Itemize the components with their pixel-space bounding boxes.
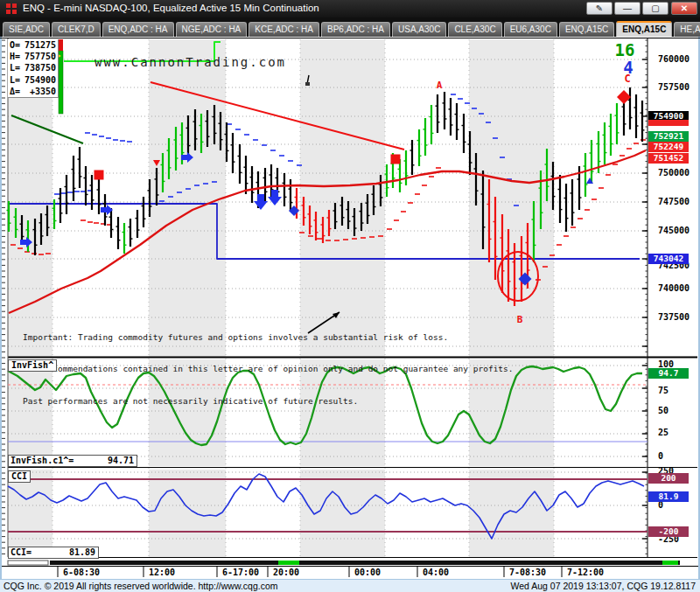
time-axis-label: 12:00: [149, 568, 175, 577]
price-badge: 752921: [648, 131, 689, 142]
tab-nge-adc-ha[interactable]: NGE,ADC : HA: [176, 22, 248, 37]
invfish-axis-label: 50: [658, 406, 668, 415]
disclaimer-text: Important: Trading commodity futures and…: [23, 310, 514, 428]
price-axis-label: 757500: [658, 82, 690, 92]
cci-panel-label: CCI: [8, 470, 31, 483]
watermark-text: www.CannonTrading.com: [94, 55, 286, 69]
chart-area[interactable]: [0, 37, 700, 579]
price-axis-label: 760000: [658, 54, 690, 64]
tab-enq-a15c[interactable]: ENQ,A15C: [559, 22, 614, 37]
time-axis-label: 6-17:00: [222, 568, 259, 577]
tab-enq-a15c[interactable]: ENQ,A15C: [616, 21, 672, 37]
time-axis-label: 04:00: [423, 568, 449, 577]
cci-badge: -200: [648, 526, 689, 537]
time-axis-label: 6-08:30: [63, 568, 100, 577]
pin-button[interactable]: ✎: [586, 2, 612, 15]
quote-row: H=757750: [10, 51, 58, 62]
time-axis-label: 20:00: [273, 568, 299, 577]
cci-badge: 81.9: [648, 491, 689, 502]
tab-bar: SIE,ADCCLEK7,DENQ,ADC : HANGE,ADC : HAKC…: [0, 17, 700, 37]
invfish-axis-label: 25: [658, 428, 668, 437]
price-axis-label: 740000: [658, 283, 690, 293]
tab-kce-adc-ha[interactable]: KCE,ADC : HA: [248, 22, 319, 37]
time-axis-label: 7-12:00: [567, 568, 604, 577]
window-title: ENQ - E-mini NASDAQ-100, Equalized Activ…: [23, 3, 319, 13]
invfish-readout: InvFish.c1^= 94.71: [8, 455, 137, 467]
invfish-axis-label: 0: [658, 451, 663, 461]
clock-version-text: Wed Aug 07 2019 13:13:07, CQG 19.12.8117: [510, 581, 696, 591]
price-axis-label: 750000: [658, 168, 690, 178]
tab-sie-adc[interactable]: SIE,ADC: [3, 22, 50, 37]
price-badge: [648, 120, 689, 126]
tab-eu6-a30c[interactable]: EU6,A30C: [504, 22, 557, 37]
tab-cle-a30c[interactable]: CLE,A30C: [448, 22, 501, 37]
cci-badge: 200: [648, 473, 689, 484]
time-axis-label: 00:00: [354, 568, 381, 577]
price-axis-label: 745000: [658, 226, 690, 235]
title-bar: ENQ - E-mini NASDAQ-100, Equalized Activ…: [0, 0, 700, 17]
copyright-text: CQG Inc. © 2019 All rights reserved worl…: [4, 581, 278, 591]
status-bar: CQG Inc. © 2019 All rights reserved worl…: [0, 579, 700, 592]
tab-bp6-adc-ha[interactable]: BP6,ADC : HA: [321, 22, 390, 37]
close-button[interactable]: ✕: [671, 2, 697, 15]
price-badge: 751452: [648, 153, 689, 164]
cci-readout: CCI= 81.89: [8, 547, 99, 559]
quote-row: O=751275: [10, 39, 58, 51]
tab-he-adc[interactable]: HE,ADC: [674, 22, 700, 37]
invfish-axis-label: 75: [658, 386, 668, 395]
price-badge: 752249: [648, 142, 689, 152]
invfish-badge: 94.7: [648, 368, 689, 379]
tab-enq-adc-ha[interactable]: ENQ,ADC : HA: [102, 22, 174, 37]
cqg-app-icon: [6, 3, 17, 14]
quote-row: L=738750: [10, 62, 58, 73]
invfish-panel-label: InvFish^: [8, 359, 57, 372]
minimize-button[interactable]: —: [614, 2, 640, 15]
time-axis-label: 7-08:30: [509, 568, 546, 577]
price-axis-label: 737500: [658, 312, 690, 322]
quote-row: Δ=+3350: [10, 86, 58, 97]
price-axis-label: 747500: [658, 197, 690, 206]
maximize-button[interactable]: ▢: [642, 2, 668, 15]
quote-readout: O=751275 H=757750 L=738750 L=754900 Δ=+3…: [8, 39, 59, 98]
quote-row: L=754900: [10, 74, 58, 86]
price-badge: 743042: [648, 254, 689, 264]
tab-usa-a30c[interactable]: USA,A30C: [392, 22, 446, 37]
tab-clek7-d[interactable]: CLEK7,D: [52, 22, 101, 37]
app-window: ENQ - E-mini NASDAQ-100, Equalized Activ…: [0, 0, 700, 592]
